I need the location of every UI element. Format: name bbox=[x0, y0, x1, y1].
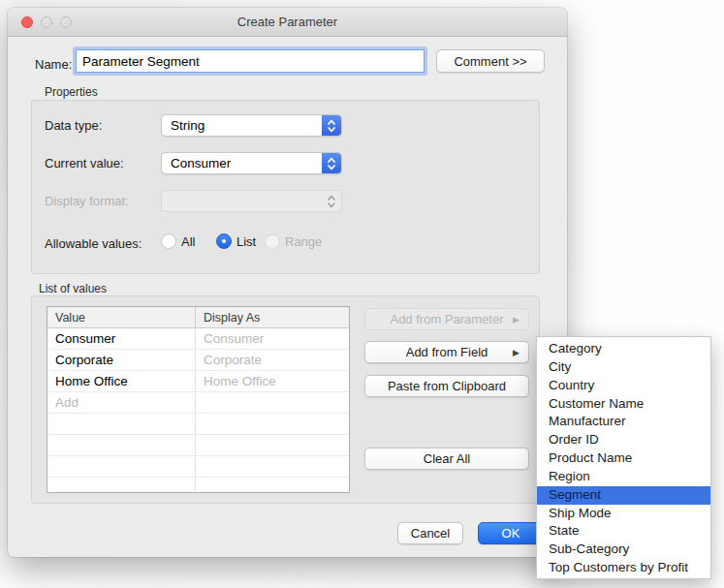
current-value-value: Consumer bbox=[162, 156, 322, 170]
menu-item-product-name[interactable]: Product Name bbox=[537, 449, 710, 468]
cell-display-as[interactable]: Corporate bbox=[196, 350, 349, 370]
menu-item-country[interactable]: Country bbox=[537, 377, 710, 395]
data-type-dropdown[interactable]: String bbox=[161, 114, 342, 137]
menu-item-ship-mode[interactable]: Ship Mode bbox=[537, 505, 710, 523]
name-input-value: Parameter Segment bbox=[82, 54, 200, 69]
data-type-label: Data type: bbox=[45, 118, 102, 133]
cell-value[interactable]: Home Office bbox=[47, 371, 196, 391]
cell-display-as[interactable]: Consumer bbox=[196, 328, 349, 349]
list-of-values-panel: Value Display As Consumer Consumer Corpo… bbox=[31, 295, 540, 504]
add-from-parameter-label: Add from Parameter bbox=[390, 312, 503, 326]
column-header-value: Value bbox=[47, 307, 196, 327]
radio-all[interactable]: All bbox=[161, 233, 195, 249]
list-of-values-section-label: List of values bbox=[39, 282, 107, 295]
comment-button-label: Comment >> bbox=[454, 54, 526, 69]
values-table[interactable]: Value Display As Consumer Consumer Corpo… bbox=[47, 306, 350, 493]
menu-item-region[interactable]: Region bbox=[537, 468, 710, 486]
current-value-dropdown[interactable]: Consumer bbox=[161, 152, 342, 174]
menu-item-order-id[interactable]: Order ID bbox=[537, 431, 710, 449]
radio-circle-selected-icon bbox=[216, 233, 232, 249]
radio-circle-disabled-icon bbox=[265, 233, 280, 249]
stepper-icon bbox=[322, 152, 341, 174]
table-row-empty bbox=[47, 478, 349, 493]
radio-range-label: Range bbox=[285, 234, 322, 249]
cell-add-placeholder[interactable]: Add bbox=[47, 392, 196, 413]
stepper-icon bbox=[322, 190, 341, 212]
submenu-arrow-icon: ▶ bbox=[513, 348, 519, 357]
table-header: Value Display As bbox=[47, 307, 349, 328]
radio-all-label: All bbox=[181, 234, 195, 249]
cancel-button[interactable]: Cancel bbox=[397, 522, 463, 544]
display-format-label: Display format: bbox=[45, 194, 129, 208]
properties-section-label: Properties bbox=[45, 85, 98, 99]
ok-button-label: OK bbox=[502, 526, 520, 541]
window-title: Create Parameter bbox=[237, 15, 337, 29]
radio-circle-icon bbox=[161, 233, 176, 249]
ok-button[interactable]: OK bbox=[478, 522, 544, 544]
table-row-empty bbox=[47, 435, 349, 456]
menu-item-manufacturer[interactable]: Manufacturer bbox=[537, 413, 710, 431]
close-icon[interactable] bbox=[21, 16, 33, 28]
cancel-button-label: Cancel bbox=[411, 526, 450, 541]
name-label: Name: bbox=[35, 57, 72, 72]
title-bar: Create Parameter bbox=[8, 8, 567, 37]
minimize-icon[interactable] bbox=[41, 16, 52, 28]
table-row[interactable]: Consumer Consumer bbox=[47, 328, 349, 350]
clear-all-button[interactable]: Clear All bbox=[364, 448, 529, 470]
menu-item-city[interactable]: City bbox=[537, 358, 710, 377]
table-row-add-placeholder[interactable]: Add bbox=[47, 392, 349, 414]
menu-item-state[interactable]: State bbox=[537, 522, 710, 541]
clear-all-label: Clear All bbox=[424, 451, 470, 466]
comment-button[interactable]: Comment >> bbox=[436, 49, 545, 73]
zoom-icon[interactable] bbox=[60, 16, 72, 28]
menu-item-category[interactable]: Category bbox=[537, 340, 710, 358]
display-format-dropdown bbox=[161, 190, 342, 212]
allowable-values-label: Allowable values: bbox=[45, 236, 142, 251]
stepper-icon bbox=[322, 114, 341, 137]
current-value-label: Current value: bbox=[45, 156, 124, 170]
radio-range: Range bbox=[265, 233, 322, 249]
add-from-field-label: Add from Field bbox=[406, 345, 488, 359]
cell-value[interactable]: Corporate bbox=[47, 350, 196, 370]
menu-item-segment[interactable]: Segment bbox=[537, 486, 710, 505]
radio-list[interactable]: List bbox=[216, 233, 256, 249]
radio-list-label: List bbox=[236, 234, 256, 249]
add-from-parameter-button: Add from Parameter ▶ bbox=[364, 308, 529, 330]
add-from-field-button[interactable]: Add from Field ▶ bbox=[364, 341, 529, 363]
properties-panel: Data type: String Current value: Consume… bbox=[31, 100, 540, 274]
column-header-display-as: Display As bbox=[196, 307, 349, 327]
table-row-empty bbox=[47, 456, 349, 478]
cell-value[interactable]: Consumer bbox=[47, 328, 196, 349]
menu-item-customer-name[interactable]: Customer Name bbox=[537, 395, 710, 414]
table-row[interactable]: Home Office Home Office bbox=[47, 371, 349, 392]
field-menu: Category City Country Customer Name Manu… bbox=[536, 336, 711, 579]
paste-from-clipboard-button[interactable]: Paste from Clipboard bbox=[364, 375, 529, 397]
menu-item-top-customers-by-profit[interactable]: Top Customers by Profit bbox=[537, 559, 710, 577]
table-row-empty bbox=[47, 414, 349, 435]
name-input[interactable]: Parameter Segment bbox=[76, 49, 425, 73]
create-parameter-dialog: Create Parameter Name: Parameter Segment… bbox=[8, 8, 567, 557]
cell-display-as[interactable]: Home Office bbox=[196, 371, 349, 391]
menu-item-sub-category[interactable]: Sub-Category bbox=[537, 541, 710, 559]
table-row[interactable]: Corporate Corporate bbox=[47, 350, 349, 371]
submenu-arrow-icon: ▶ bbox=[513, 315, 519, 325]
paste-from-clipboard-label: Paste from Clipboard bbox=[388, 379, 506, 393]
data-type-value: String bbox=[162, 118, 322, 133]
cell-empty bbox=[196, 392, 349, 413]
